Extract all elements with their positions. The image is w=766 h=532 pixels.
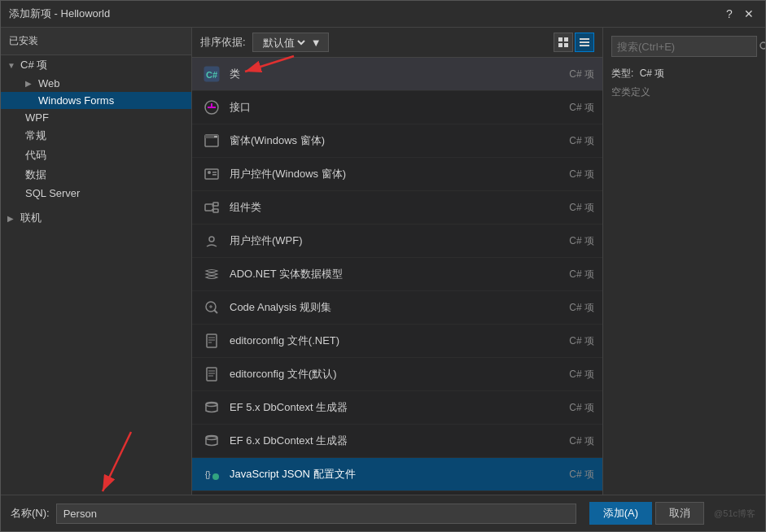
expand-icon: ▶ [7, 214, 17, 223]
list-view-button[interactable] [575, 33, 594, 52]
search-icon [759, 41, 765, 52]
list-item-interface[interactable]: 接口 C# 项 [192, 91, 602, 124]
json-tag: C# 项 [569, 468, 594, 482]
svg-rect-14 [214, 136, 217, 137]
svg-line-26 [214, 310, 217, 313]
userctrl-wpf-icon [200, 229, 223, 252]
tree-general[interactable]: 常规 [1, 126, 191, 146]
type-info: 类型: C# 项 空类定义 [611, 67, 757, 99]
component-name: 组件类 [230, 200, 569, 215]
tree-label-general: 常规 [25, 129, 46, 143]
analysis-name: Code Analysis 规则集 [230, 300, 569, 315]
list-item-userctrl-wpf[interactable]: 用户控件(WPF) C# 项 [192, 225, 602, 258]
svg-rect-1 [564, 37, 568, 41]
sort-select[interactable]: 默认值名称类型 [260, 36, 308, 50]
empty-class-label: 空类定义 [611, 85, 757, 99]
svg-rect-6 [580, 45, 589, 46]
editorconfig-dotnet-name: editorconfig 文件(.NET) [230, 334, 569, 348]
tree-web[interactable]: ▶ Web [1, 75, 191, 92]
svg-rect-33 [207, 368, 217, 381]
name-label: 名称(N): [11, 506, 50, 521]
ado-tag: C# 项 [569, 268, 594, 281]
svg-point-24 [209, 237, 214, 242]
title-bar-left: 添加新项 - Helloworld [9, 7, 110, 21]
list-item-ef6[interactable]: EF 6.x DbContext 生成器 C# 项 [192, 425, 602, 458]
tree-label-csharp: C# 项 [20, 58, 47, 72]
editorconfig-default-tag: C# 项 [569, 368, 594, 382]
list-item-class[interactable]: C# 类 C# 项 [192, 58, 602, 91]
svg-rect-18 [212, 174, 217, 176]
bottom-bar: 名称(N): 添加(A) 取消 @51c博客 [1, 495, 765, 531]
installed-header: 已安装 [1, 28, 191, 55]
svg-rect-17 [212, 172, 217, 173]
list-item-component[interactable]: 组件类 C# 项 [192, 191, 602, 225]
list-icon [579, 37, 590, 48]
close-button[interactable]: ✕ [741, 6, 757, 22]
list-item-editorconfig-default[interactable]: editorconfig 文件(默认) C# 项 [192, 358, 602, 391]
expand-icon: ▶ [25, 79, 35, 88]
json-icon: {} [200, 463, 223, 486]
svg-rect-4 [580, 38, 589, 40]
watermark: @51c博客 [714, 508, 755, 520]
add-button[interactable]: 添加(A) [589, 502, 652, 525]
class-name: 类 [230, 67, 569, 81]
list-item-ado[interactable]: ADO.NET 实体数据模型 C# 项 [192, 258, 602, 291]
ef6-icon [200, 430, 223, 452]
search-button[interactable] [759, 37, 765, 56]
tree-csharp[interactable]: ▼ C# 项 [1, 55, 191, 75]
list-item-form[interactable]: 窗体(Windows 窗体) C# 项 [192, 124, 602, 158]
svg-rect-0 [558, 37, 562, 41]
grid-view-button[interactable] [554, 33, 573, 52]
analysis-tag: C# 项 [569, 301, 594, 315]
sort-dropdown[interactable]: 默认值名称类型 ▼ [252, 33, 329, 52]
svg-text:C#: C# [206, 70, 217, 80]
items-list: C# 类 C# 项 接口 C# [192, 58, 602, 495]
type-label: 类型: C# 项 [611, 67, 757, 81]
class-tag: C# 项 [569, 68, 594, 81]
svg-text:{}: {} [205, 470, 211, 479]
svg-rect-29 [207, 334, 217, 347]
ef6-name: EF 6.x DbContext 生成器 [230, 434, 569, 448]
svg-rect-20 [213, 203, 218, 206]
interface-icon [200, 96, 223, 119]
tree-code[interactable]: 代码 [1, 146, 191, 165]
ado-name: ADO.NET 实体数据模型 [230, 267, 569, 281]
analysis-icon [200, 296, 223, 319]
userctrl-wpf-name: 用户控件(WPF) [230, 233, 569, 248]
list-item-analysis[interactable]: Code Analysis 规则集 C# 项 [192, 291, 602, 325]
list-item-userctrl-win[interactable]: 用户控件(Windows 窗体) C# 项 [192, 158, 602, 191]
cancel-button[interactable]: 取消 [655, 502, 704, 525]
editorconfig-dotnet-icon [200, 329, 223, 352]
list-item-json-config[interactable]: {} JavaScript JSON 配置文件 C# 项 [192, 458, 602, 491]
tree-windows-forms[interactable]: Windows Forms [1, 92, 191, 109]
right-panel: 类型: C# 项 空类定义 [602, 28, 765, 495]
search-box [611, 36, 757, 57]
component-tag: C# 项 [569, 201, 594, 215]
tree-label-sqlserver: SQL Server [25, 187, 80, 199]
form-tag: C# 项 [569, 134, 594, 148]
search-input[interactable] [612, 37, 759, 56]
svg-rect-2 [558, 43, 562, 47]
userctrl-win-icon [200, 163, 223, 185]
interface-name: 接口 [230, 100, 569, 115]
dialog-title: 添加新项 - Helloworld [9, 7, 110, 21]
form-name: 窗体(Windows 窗体) [230, 133, 569, 148]
tree-label-windows-forms: Windows Forms [38, 94, 114, 107]
tree-sqlserver[interactable]: SQL Server [1, 185, 191, 202]
tree-data[interactable]: 数据 [1, 165, 191, 185]
help-button[interactable]: ? [721, 6, 738, 22]
tree-label-wpf: WPF [25, 111, 49, 124]
add-new-item-dialog: 添加新项 - Helloworld ? ✕ 已安装 ▼ C# 项 ▶ Web W… [0, 0, 766, 532]
list-item-ef5[interactable]: EF 5.x DbContext 生成器 C# 项 [192, 391, 602, 425]
list-item-editorconfig-dotnet[interactable]: editorconfig 文件(.NET) C# 项 [192, 325, 602, 358]
svg-rect-21 [213, 209, 218, 212]
ado-icon [200, 263, 223, 286]
grid-icon [558, 37, 569, 48]
tree-label-online: 联机 [20, 211, 42, 225]
tree-wpf[interactable]: WPF [1, 109, 191, 126]
tree-online[interactable]: ▶ 联机 [1, 208, 191, 228]
name-input[interactable] [56, 504, 576, 524]
left-panel: 已安装 ▼ C# 项 ▶ Web Windows Forms WPF 常规 代码 [1, 28, 192, 495]
userctrl-win-name: 用户控件(Windows 窗体) [230, 167, 569, 181]
form-icon [200, 129, 223, 152]
